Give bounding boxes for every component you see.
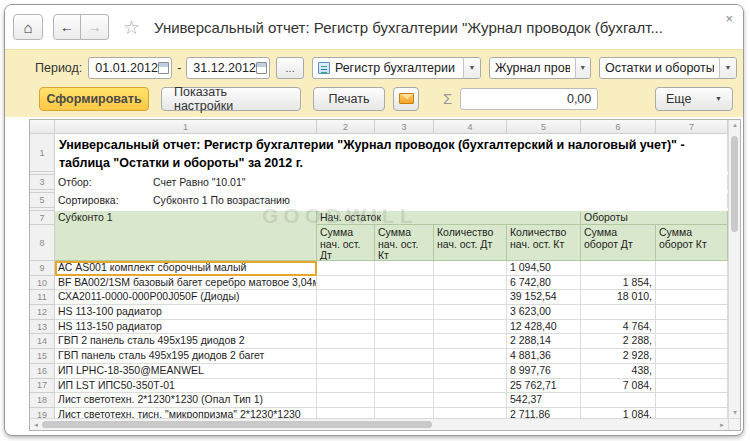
filter-value[interactable]: Счет Равно "10.01"	[153, 176, 246, 189]
empty-cell[interactable]	[434, 393, 507, 408]
row-number[interactable]: 11	[30, 290, 55, 305]
filter-label[interactable]: Отбор:	[58, 176, 153, 189]
scroll-down-icon[interactable]: ▲	[732, 410, 738, 416]
empty-cell[interactable]	[375, 349, 434, 364]
empty-cell[interactable]	[375, 261, 434, 276]
empty-cell[interactable]	[434, 379, 507, 394]
column-header[interactable]: 5	[507, 120, 581, 134]
chevron-down-icon[interactable]: ▼	[575, 58, 590, 78]
autosum-field[interactable]: 0,00	[460, 88, 598, 110]
row-number[interactable]: 13	[30, 320, 55, 335]
home-button[interactable]: ⌂	[13, 14, 43, 40]
subconto-cell[interactable]: ГВП 2 панель сталь 495х195 диодов 2	[55, 334, 317, 349]
row-number[interactable]: 1	[30, 134, 55, 172]
sum-turn-dt-cell[interactable]: 1 084,	[581, 408, 656, 418]
generate-button[interactable]: Сформировать	[39, 87, 149, 111]
vertical-scrollbar[interactable]: ▲ ▲	[728, 120, 740, 418]
print-button[interactable]: Печать	[313, 87, 385, 111]
empty-cell[interactable]: 12 428,40	[507, 320, 581, 335]
empty-cell[interactable]: 8 997,76	[507, 364, 581, 379]
column-header[interactable]: 3	[375, 120, 434, 134]
more-button[interactable]: Еще ▼	[655, 87, 733, 111]
sum-turn-kt-cell[interactable]	[656, 290, 728, 305]
empty-cell[interactable]	[317, 408, 375, 418]
empty-cell[interactable]: 1 094,50	[507, 261, 581, 276]
empty-cell[interactable]	[375, 276, 434, 291]
sum-turn-kt-cell[interactable]	[656, 408, 728, 418]
sum-turn-kt-cell[interactable]	[656, 305, 728, 320]
subconto-cell[interactable]: АС AS001 комплект сборочный малый	[55, 261, 317, 276]
empty-cell[interactable]	[434, 364, 507, 379]
empty-cell[interactable]	[434, 334, 507, 349]
subconto-cell[interactable]: ИП LST ИПС50-350Т-01	[55, 379, 317, 394]
row-number[interactable]: 15	[30, 349, 55, 364]
sum-turn-kt-cell[interactable]	[656, 364, 728, 379]
header-qty-begin-dt[interactable]: Количество нач. ост. Дт	[434, 225, 507, 261]
column-header[interactable]: 6	[581, 120, 656, 134]
sum-turn-kt-cell[interactable]	[656, 276, 728, 291]
empty-cell[interactable]	[375, 379, 434, 394]
empty-cell[interactable]: 39 152,54	[507, 290, 581, 305]
sum-turn-dt-cell[interactable]: 1 854,	[581, 276, 656, 291]
scroll-right-icon[interactable]: ►	[719, 422, 725, 428]
row-number[interactable]: 5	[30, 193, 55, 208]
row-number[interactable]: 8	[30, 225, 55, 261]
report-title[interactable]: Универсальный отчет: Регистр бухгалтерии…	[55, 134, 728, 172]
empty-cell[interactable]: 25 762,71	[507, 379, 581, 394]
row-number[interactable]: 12	[30, 305, 55, 320]
scroll-left-icon[interactable]: ◄	[33, 422, 39, 428]
send-mail-button[interactable]	[393, 87, 419, 111]
empty-cell[interactable]	[375, 290, 434, 305]
sum-turn-dt-cell[interactable]: 4 764,	[581, 320, 656, 335]
empty-cell[interactable]	[317, 261, 375, 276]
scroll-up-icon[interactable]: ▲	[732, 122, 738, 128]
row-number[interactable]: 10	[30, 276, 55, 291]
empty-cell[interactable]	[375, 364, 434, 379]
sum-turn-dt-cell[interactable]	[581, 261, 656, 276]
register-name-select[interactable]: Журнал прово ▼	[489, 57, 591, 79]
sum-turn-kt-cell[interactable]	[656, 334, 728, 349]
chevron-down-icon[interactable]: ▼	[719, 58, 736, 78]
period-ellipsis-button[interactable]: ...	[276, 57, 304, 79]
row-number[interactable]: 9	[30, 261, 55, 276]
header-sum-turn-kt[interactable]: Сумма оборот Кт	[656, 225, 728, 261]
sum-turn-dt-cell[interactable]: 2 288,	[581, 334, 656, 349]
subconto-cell[interactable]: СХА2011-0000-000P00J050F (Диоды)	[55, 290, 317, 305]
empty-cell[interactable]	[434, 408, 507, 418]
horizontal-scrollbar[interactable]: ◄ ►	[30, 418, 728, 430]
subconto-cell[interactable]: Лист светотехн. 2*1230*1230 (Опал Тип 1)	[55, 393, 317, 408]
empty-cell[interactable]	[317, 276, 375, 291]
row-number[interactable]: 3	[30, 175, 55, 190]
column-header[interactable]: 4	[434, 120, 507, 134]
sort-value[interactable]: Субконто 1 По возрастанию	[153, 194, 290, 207]
empty-cell[interactable]	[317, 379, 375, 394]
empty-cell[interactable]: 4 881,36	[507, 349, 581, 364]
register-type-select[interactable]: Регистр бухгалтерии ▼	[312, 57, 481, 79]
row-number[interactable]: 19	[30, 408, 55, 418]
calendar-icon[interactable]	[256, 62, 267, 74]
empty-cell[interactable]	[434, 349, 507, 364]
empty-cell[interactable]	[317, 320, 375, 335]
empty-cell[interactable]	[375, 305, 434, 320]
subconto-cell[interactable]: Лист светотехн. тисн. "микропризма" 2*12…	[55, 408, 317, 418]
empty-cell[interactable]	[375, 408, 434, 418]
chevron-down-icon[interactable]: ▼	[463, 58, 480, 78]
empty-cell[interactable]: 542,37	[507, 393, 581, 408]
empty-cell[interactable]: 2 288,14	[507, 334, 581, 349]
sum-turn-dt-cell[interactable]	[581, 393, 656, 408]
empty-cell[interactable]: 6 742,80	[507, 276, 581, 291]
sum-turn-dt-cell[interactable]: 438,	[581, 364, 656, 379]
corner-cell[interactable]	[30, 120, 55, 134]
sum-turn-dt-cell[interactable]: 18 010,	[581, 290, 656, 305]
sum-turn-kt-cell[interactable]	[656, 379, 728, 394]
column-header[interactable]: 2	[317, 120, 375, 134]
subconto-cell[interactable]: HS 113-150 радиатор	[55, 320, 317, 335]
header-turnover[interactable]: Обороты	[581, 211, 728, 225]
subconto-cell[interactable]: ГВП панель сталь 495х195 диодов 2 багет	[55, 349, 317, 364]
forward-button[interactable]: →	[81, 14, 109, 40]
empty-cell[interactable]	[375, 320, 434, 335]
header-sum-turn-dt[interactable]: Сумма оборот Дт	[581, 225, 656, 261]
table-kind-select[interactable]: Остатки и обороты ▼	[599, 57, 737, 79]
close-icon[interactable]: ×	[725, 11, 733, 26]
empty-cell[interactable]	[434, 276, 507, 291]
